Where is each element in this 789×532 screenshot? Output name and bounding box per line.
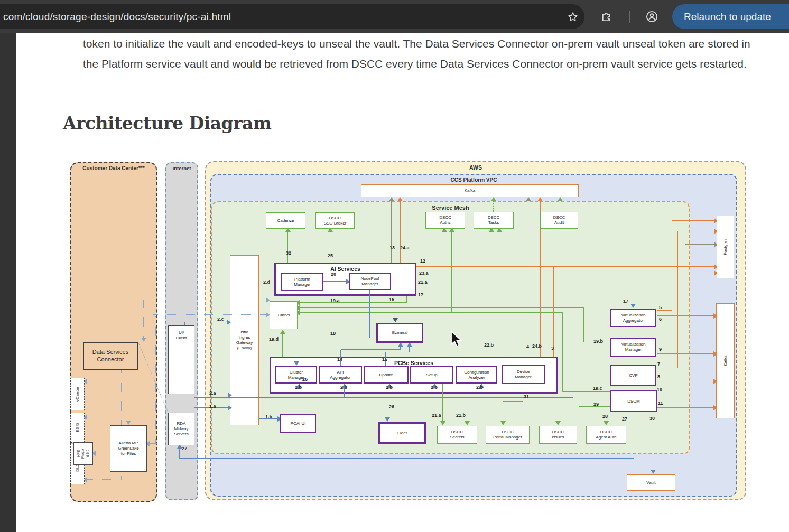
edge-number-21.b: 21.b (456, 413, 466, 418)
node-label-nodepool-manager: NodePool Manager (360, 276, 379, 287)
node-cadence: Cadence (266, 212, 305, 229)
node-tunnel: Tunnel (270, 301, 298, 329)
node-configuration-analyzer: Configuration Analyzer (456, 366, 497, 384)
edge-number-2.b: 2.b (386, 385, 393, 390)
node-label-dscc-secrets: DSCC Secrets (450, 430, 464, 440)
edge-number-2.b: 2.b (340, 385, 347, 390)
address-bar-url[interactable]: com/cloud/storage-design/docs/security/p… (0, 11, 561, 23)
node-rda-midway-servers: RDA Midway Servers (168, 413, 194, 445)
node-hpe-proliant: HPE ProLia nt 6.0 (73, 442, 93, 465)
edge-number-2.a: 2.a (209, 390, 216, 396)
edge-number-2.b: 2.b (295, 385, 302, 390)
edge-number-28: 28 (602, 414, 608, 419)
zone-label-aws: AWS (206, 164, 745, 171)
node-label-istio-ingres-gateway: Istio Ingres Gateway (Envoy) (236, 330, 253, 351)
node-cluster-manager: Cluster Manager (275, 366, 317, 384)
edge-number-17: 17 (418, 292, 423, 297)
edge-number-14: 14 (337, 357, 342, 362)
edge-number-13: 13 (389, 245, 395, 250)
edge-number-20: 20 (331, 272, 336, 277)
node-fleet: Fleet (378, 422, 426, 444)
edge-number-2.b: 2.b (431, 385, 438, 390)
extensions-icon[interactable] (595, 5, 618, 28)
node-pcai-ui: PCAI UI (280, 414, 316, 433)
edge-number-26: 26 (302, 377, 308, 382)
edge-number-17: 17 (623, 298, 628, 304)
node-api-aggregator: API Aggregator (319, 366, 362, 384)
node-setup: Setup (410, 366, 453, 384)
node-dscc-secrets: DSCC Secrets (437, 426, 477, 444)
architecture-diagram: Customer Data Center***InternetAWSCCS Pl… (0, 0, 789, 532)
node-label-ui-client: UI/ Client (176, 330, 187, 341)
edge-number-3: 3 (551, 346, 554, 351)
edge-number-19.a: 19.a (330, 298, 340, 303)
node-kafka-right: Kafka (716, 303, 735, 418)
edge-number-19.c: 19.c (593, 386, 602, 391)
node-label-configuration-analyzer: Configuration Analyzer (464, 370, 489, 380)
edge-number-19.d: 19.d (269, 337, 279, 342)
node-label-dscm: DSCM (627, 399, 640, 404)
node-label-api-aggregator: API Aggregator (330, 370, 351, 380)
cursor-pointer (450, 331, 464, 349)
node-dscc-sso-broker: DSCC SSO Broker (315, 212, 355, 229)
zone-label-mesh: Service Mesh (212, 204, 689, 211)
edge-number-27: 27 (182, 446, 187, 451)
node-label-dscc-tasks: DSCC Tasks (488, 215, 500, 226)
node-istio-ingres-gateway: Istio Ingres Gateway (Envoy) (230, 255, 259, 425)
node-ezmeral: Ezmeral (376, 323, 423, 343)
node-label-cadence: Cadence (277, 218, 294, 223)
node-label-setup: Setup (426, 372, 438, 378)
node-virtualization-aggregator: Virtualization Aggregator (610, 309, 656, 327)
node-label-fleet: Fleet (397, 431, 407, 436)
edge-number-10: 10 (657, 387, 662, 393)
edge-number-31: 31 (524, 394, 529, 399)
edge-number-11: 11 (658, 400, 663, 406)
node-label-dscc-authz: DSCC Authz (439, 215, 451, 226)
node-alletra-mp-greenlake: Alletra MP GreenLake for Files (110, 425, 147, 472)
node-nodepool-manager: NodePool Manager (349, 273, 391, 290)
node-label-data-services-connector: Data Services Connector (92, 349, 128, 363)
edge-number-16: 16 (389, 297, 394, 302)
edge-number-30: 30 (649, 416, 655, 421)
node-postgres: Postgres (717, 216, 734, 278)
node-cvp: CVP (610, 365, 656, 386)
node-label-ezmeral: Ezmeral (392, 330, 407, 335)
node-label-hpe-proliant: HPE ProLia nt 6.0 (77, 449, 89, 459)
node-dscc-portal-manager: DSCC Portal Manager (486, 426, 530, 444)
edge-number-32: 32 (286, 250, 291, 256)
node-label-kafka-right: Kafka (723, 356, 728, 366)
edge-number-2.c: 2.c (217, 316, 224, 322)
node-label-device-manager: Device Manager (515, 369, 532, 380)
bookmark-star-icon[interactable] (561, 5, 584, 29)
edge-number-21.a: 21.a (418, 279, 428, 285)
edge-number-18: 18 (330, 331, 336, 336)
edge-number-8: 8 (657, 374, 660, 379)
node-label-vault: Vault (646, 480, 656, 486)
profile-icon[interactable] (640, 5, 663, 28)
node-label-postgres: Postgres (723, 239, 728, 256)
toolbar-separator (629, 11, 630, 23)
node-label-platform-manager: Platform Manager (294, 277, 311, 287)
node-label-dscc-agent-auth: DSCC Agent Auth (596, 430, 616, 440)
node-label-dscc-portal-manager: DSCC Portal Manager (493, 430, 522, 440)
edge-number-29: 29 (593, 402, 599, 407)
relaunch-button[interactable]: Relaunch to update (672, 4, 789, 29)
node-esxi: ESXi (70, 413, 85, 443)
edge-number-21.a: 21.a (432, 413, 441, 418)
edge-number-25: 25 (328, 253, 333, 258)
edge-number-4: 4 (526, 344, 529, 349)
edge-number-23.a: 23.a (419, 270, 429, 276)
node-dscc-agent-auth: DSCC Agent Auth (586, 426, 626, 444)
edge-number-27: 27 (622, 416, 627, 422)
node-label-rda-midway-servers: RDA Midway Servers (174, 421, 189, 437)
address-bar[interactable]: com/cloud/storage-design/docs/security/p… (0, 4, 584, 29)
edge-number-26: 26 (389, 404, 394, 409)
node-label-dscc-audit: DSCC Audit (553, 215, 565, 226)
node-ui-client: UI/ Client (168, 325, 194, 394)
node-update: Update (364, 366, 409, 384)
node-dscm: DSCM (610, 390, 657, 412)
edge-number-24.b: 24.b (532, 343, 542, 349)
edge-number-22.b: 22.b (484, 342, 494, 348)
zone-label-cdc: Customer Data Center*** (71, 165, 156, 171)
node-kafka-top: Kafka (361, 184, 579, 197)
